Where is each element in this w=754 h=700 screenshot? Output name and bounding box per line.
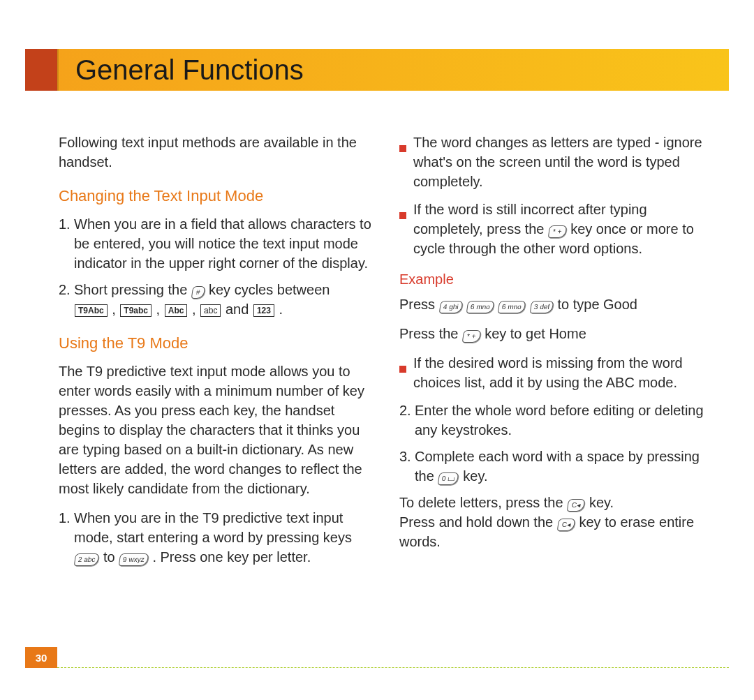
list-number: 1.	[59, 214, 74, 273]
mode-t9abc-cap-icon: T9Abc	[75, 304, 108, 317]
text-fragment: Press the	[399, 326, 462, 341]
text-fragment: key.	[463, 468, 487, 484]
hash-key-icon: #	[191, 286, 205, 299]
t9-description: The T9 predictive text input mode allows…	[59, 362, 371, 498]
bullet-item: If the word is still incorrect after typ…	[399, 200, 712, 258]
bullet-square-icon	[399, 133, 413, 191]
list-item: 2. Enter the whole word before editing o…	[399, 401, 712, 440]
text-fragment: key.	[589, 495, 614, 510]
key-0-icon: 0 ⌴	[438, 472, 459, 485]
list-text: When you are in the T9 predictive text i…	[74, 508, 371, 567]
clear-key-icon: C◂	[567, 499, 586, 512]
example-heading: Example	[399, 269, 712, 289]
text-fragment: When you are in the T9 predictive text i…	[74, 510, 352, 545]
bullet-text: If the desired word is missing from the …	[413, 353, 712, 392]
star-key-icon: * +	[462, 330, 481, 343]
list-number: 2.	[399, 401, 415, 440]
body-columns: Following text input methods are availab…	[59, 133, 712, 644]
list-item: 1. When you are in the T9 predictive tex…	[59, 508, 371, 567]
text-fragment: to type Good	[557, 297, 637, 312]
example-line: Press 4 ghi 6 mno 6 mno 3 def to type Go…	[399, 295, 712, 314]
text-fragment: .	[279, 301, 283, 317]
star-key-icon: * +	[548, 225, 567, 238]
bullet-item: If the desired word is missing from the …	[399, 353, 712, 392]
key-2-icon: 2 abc	[74, 553, 100, 566]
section-heading-change-mode: Changing the Text Input Mode	[59, 186, 371, 207]
list-text: Enter the whole word before editing or d…	[415, 401, 712, 440]
text-fragment: and	[226, 301, 253, 317]
example-line: Press the * + key to get Home	[399, 324, 712, 343]
bullet-square-icon	[399, 200, 413, 258]
text-fragment: key cycles between	[209, 282, 330, 297]
list-item: 2. Short pressing the # key cycles betwe…	[59, 280, 371, 319]
bullet-text: If the word is still incorrect after typ…	[413, 200, 712, 258]
list-text: Short pressing the # key cycles between …	[74, 280, 371, 319]
clear-key-icon: C◂	[556, 519, 575, 531]
list-number: 3.	[399, 447, 415, 486]
text-fragment: Short pressing the	[74, 282, 191, 297]
key-3-icon: 3 def	[529, 301, 554, 313]
list-text: When you are in a field that allows char…	[74, 214, 371, 273]
text-fragment: Press	[399, 297, 439, 312]
list-item: 3. Complete each word with a space by pr…	[399, 447, 712, 486]
footer-dashed-rule	[57, 667, 729, 668]
key-6-icon: 6 mno	[498, 301, 526, 313]
key-4-icon: 4 ghi	[438, 301, 462, 313]
text-fragment: To delete letters, press the	[399, 495, 567, 510]
text-fragment: Press and hold down the	[399, 514, 557, 530]
mode-abc-icon: abc	[200, 304, 221, 317]
page-title: General Functions	[75, 49, 304, 91]
bullet-square-icon	[399, 353, 413, 392]
mode-123-icon: 123	[253, 304, 274, 317]
key-9-icon: 9 wxyz	[119, 553, 149, 566]
page-number-tab: 30	[25, 647, 57, 668]
tail-text: To delete letters, press the C◂ key. Pre…	[399, 493, 712, 551]
list-text: Complete each word with a space by press…	[415, 447, 712, 486]
section-heading-t9-mode: Using the T9 Mode	[59, 333, 371, 355]
list-item: 1. When you are in a field that allows c…	[59, 214, 371, 273]
key-6-icon: 6 mno	[466, 301, 494, 313]
text-fragment: key to get Home	[485, 326, 586, 341]
mode-abc-cap-icon: Abc	[165, 304, 188, 317]
right-column: The word changes as letters are typed - …	[399, 133, 712, 644]
bullet-item: The word changes as letters are typed - …	[399, 133, 712, 191]
text-fragment: to	[103, 549, 119, 565]
list-number: 2.	[59, 280, 74, 319]
header-accent	[25, 49, 57, 91]
mode-t9abc-icon: T9abc	[120, 304, 151, 317]
intro-text: Following text input methods are availab…	[59, 133, 371, 172]
list-number: 1.	[59, 508, 74, 567]
text-fragment: . Press one key per letter.	[152, 549, 311, 565]
left-column: Following text input methods are availab…	[59, 133, 371, 644]
bullet-text: The word changes as letters are typed - …	[413, 133, 712, 191]
